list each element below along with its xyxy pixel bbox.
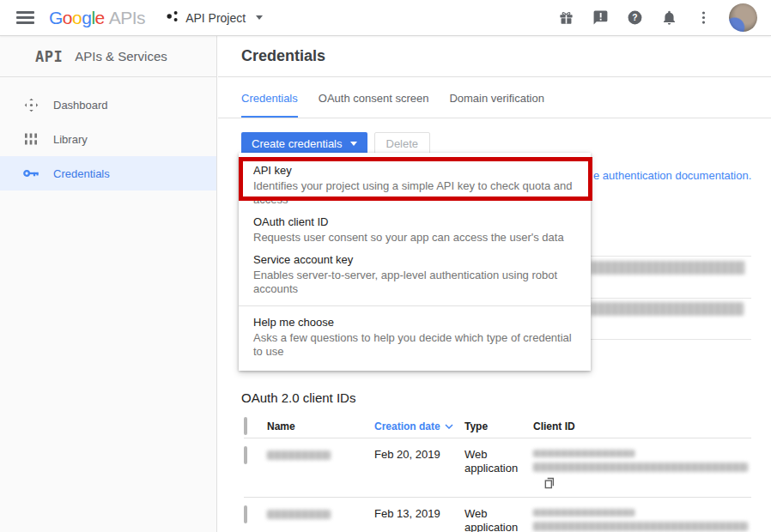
sidebar-nav: Dashboard Library Credentials bbox=[0, 77, 216, 190]
help-icon[interactable]: ? bbox=[626, 9, 643, 27]
create-credentials-menu: API key Identifies your project using a … bbox=[239, 153, 591, 371]
table-row: Feb 13, 2019 Web application bbox=[244, 497, 751, 532]
tab-bar: Credentials OAuth consent screen Domain … bbox=[218, 77, 771, 118]
menu-item-api-key[interactable]: API key Identifies your project using a … bbox=[239, 160, 591, 211]
project-icon bbox=[167, 10, 179, 26]
dashboard-icon bbox=[23, 98, 39, 112]
redacted-client-id bbox=[533, 522, 748, 531]
sidebar-item-library[interactable]: Library bbox=[0, 122, 216, 156]
toolbar: Create credentials Delete bbox=[218, 118, 771, 154]
table-header-row: Name Creation date Type Client ID bbox=[244, 415, 751, 438]
oauth-client-ids-section: OAuth 2.0 client IDs Name Creation date … bbox=[241, 383, 751, 532]
project-switcher[interactable]: API Project bbox=[167, 10, 263, 26]
library-icon bbox=[23, 132, 39, 146]
google-apis-logo: Google APIs bbox=[49, 8, 145, 28]
tab-oauth-consent-screen[interactable]: OAuth consent screen bbox=[319, 92, 429, 118]
menu-item-title: OAuth client ID bbox=[253, 215, 576, 229]
redacted-client-name bbox=[267, 450, 331, 460]
redacted-client-id bbox=[533, 462, 748, 472]
menu-item-help-me-choose[interactable]: Help me choose Asks a few questions to h… bbox=[239, 311, 591, 363]
menu-item-service-account-key[interactable]: Service account key Enables server-to-se… bbox=[239, 249, 591, 300]
row-checkbox[interactable] bbox=[244, 505, 247, 523]
column-header-name: Name bbox=[267, 420, 374, 432]
page-title: Credentials bbox=[241, 47, 325, 65]
sidebar-item-label: Dashboard bbox=[53, 99, 108, 112]
feedback-icon[interactable] bbox=[592, 9, 609, 27]
sidebar-item-credentials[interactable]: Credentials bbox=[0, 156, 216, 190]
gift-icon[interactable] bbox=[557, 9, 574, 27]
oauth-client-ids-table: Name Creation date Type Client ID Feb 20… bbox=[241, 415, 751, 532]
redacted-client-name bbox=[267, 510, 331, 519]
menu-item-description: Enables server-to-server, app-level auth… bbox=[253, 269, 576, 296]
column-header-creation-date[interactable]: Creation date bbox=[374, 420, 464, 432]
redacted-client-id bbox=[533, 450, 634, 457]
menu-item-title: Service account key bbox=[253, 253, 576, 267]
redacted-api-key bbox=[591, 302, 744, 316]
top-app-bar: Google APIs API Project ? bbox=[0, 0, 771, 36]
create-credentials-button[interactable]: Create credentials bbox=[241, 132, 367, 154]
menu-item-title: Help me choose bbox=[253, 316, 576, 329]
sidebar-item-dashboard[interactable]: Dashboard bbox=[0, 88, 216, 122]
type-cell: Web application bbox=[464, 448, 533, 475]
menu-item-oauth-client-id[interactable]: OAuth client ID Requests user consent so… bbox=[239, 211, 591, 249]
create-credentials-label: Create credentials bbox=[252, 137, 343, 150]
tab-domain-verification[interactable]: Domain verification bbox=[449, 92, 544, 118]
product-name: APIs & Services bbox=[75, 49, 167, 63]
logo-letter: e bbox=[95, 8, 105, 28]
chevron-down-icon bbox=[350, 142, 357, 146]
tab-credentials[interactable]: Credentials bbox=[241, 92, 298, 118]
menu-item-description: Requests user consent so your app can ac… bbox=[253, 231, 576, 245]
menu-divider bbox=[239, 305, 591, 306]
column-header-type: Type bbox=[464, 420, 533, 432]
project-name: API Project bbox=[185, 11, 246, 25]
column-header-label: Creation date bbox=[374, 420, 440, 432]
logo-letter: o bbox=[63, 8, 72, 28]
svg-text:?: ? bbox=[632, 13, 637, 22]
sidebar-header: API APIs & Services bbox=[0, 36, 216, 77]
more-vert-icon[interactable] bbox=[695, 9, 712, 27]
avatar[interactable] bbox=[729, 3, 757, 32]
logo-suffix: APIs bbox=[109, 8, 145, 28]
select-all-checkbox[interactable] bbox=[244, 417, 247, 435]
main-content: Credentials Credentials OAuth consent sc… bbox=[218, 36, 771, 532]
creation-date-cell: Feb 20, 2019 bbox=[374, 448, 464, 462]
sidebar-item-label: Credentials bbox=[53, 167, 110, 180]
menu-item-description: Identifies your project using a simple A… bbox=[253, 179, 576, 207]
redacted-api-key bbox=[591, 261, 745, 275]
redacted-client-id bbox=[533, 509, 634, 517]
sidebar: API APIs & Services Dashboard Library Cr… bbox=[0, 36, 217, 532]
sidebar-item-label: Library bbox=[53, 133, 88, 146]
notifications-icon[interactable] bbox=[660, 9, 677, 27]
menu-icon[interactable] bbox=[16, 9, 34, 27]
type-cell: Web application bbox=[464, 507, 533, 532]
key-icon bbox=[23, 168, 39, 178]
logo-letter: G bbox=[49, 8, 63, 28]
table-row: Feb 20, 2019 Web application bbox=[244, 438, 751, 497]
menu-item-title: API key bbox=[253, 164, 576, 178]
logo-letter: o bbox=[72, 8, 82, 28]
row-checkbox[interactable] bbox=[244, 446, 247, 464]
page-header: Credentials bbox=[218, 36, 771, 77]
chevron-down-icon bbox=[256, 15, 263, 20]
copy-icon[interactable] bbox=[543, 476, 555, 493]
delete-button[interactable]: Delete bbox=[374, 132, 431, 154]
column-header-client-id: Client ID bbox=[533, 420, 751, 432]
creation-date-cell: Feb 13, 2019 bbox=[374, 507, 464, 521]
section-heading: OAuth 2.0 client IDs bbox=[241, 390, 751, 405]
api-product-badge: API bbox=[35, 48, 63, 65]
sort-chevron-icon bbox=[445, 424, 453, 429]
authentication-documentation-link[interactable]: e authentication documentation. bbox=[593, 169, 751, 182]
logo-letter: g bbox=[82, 8, 91, 28]
menu-item-description: Asks a few questions to help you decide … bbox=[253, 331, 576, 359]
